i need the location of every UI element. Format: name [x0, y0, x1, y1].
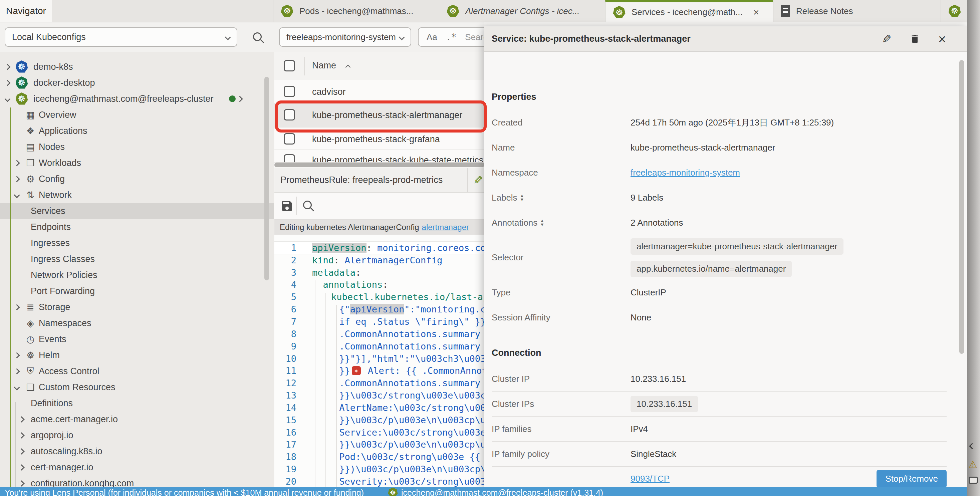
- save-icon[interactable]: [280, 199, 294, 213]
- code-line-8[interactable]: 8.CommonAnnotations.summary }}: [274, 328, 484, 340]
- code-line-10[interactable]: 10}}"}],"html":"\u003ch3\u003e\u: [274, 353, 484, 365]
- namespace-select[interactable]: freeleaps-monitoring-system: [279, 27, 411, 47]
- code-line-19[interactable]: 19}})\u003c/p\u003e\n\u003cp\u00: [274, 463, 484, 475]
- kubeconfig-select[interactable]: Local Kubeconfigs: [5, 27, 237, 47]
- namespace-link[interactable]: freeleaps-monitoring-system: [630, 168, 740, 178]
- port-forward-link[interactable]: 9093/TCP: [630, 474, 670, 484]
- chevron-right-icon[interactable]: [14, 304, 20, 310]
- select-all-checkbox[interactable]: [284, 60, 295, 72]
- delete-trash-icon[interactable]: [910, 33, 920, 45]
- sidebar-item-configuration-konghq-com[interactable]: configuration.konghq.com: [0, 475, 274, 487]
- sidebar-item-config[interactable]: ⚙Config: [0, 171, 274, 187]
- collapse-left-icon[interactable]: [969, 443, 975, 449]
- expand-toggle-icon[interactable]: ▴▾: [541, 219, 543, 227]
- chevron-right-icon[interactable]: [4, 64, 10, 70]
- chevron-down-icon[interactable]: [14, 384, 20, 390]
- sort-ascending-icon[interactable]: [345, 65, 351, 70]
- sidebar-item-argoproj-io[interactable]: argoproj.io: [0, 427, 274, 443]
- match-case-icon[interactable]: Aa: [426, 32, 437, 42]
- table-row-cadvisor[interactable]: cadvisor: [274, 80, 484, 103]
- table-row-kube-prometheus-stack-kube-state-metrics[interactable]: kube-prometheus-stack-kube-state-metrics: [274, 150, 484, 162]
- sidebar-item-endpoints[interactable]: Endpoints: [0, 219, 274, 235]
- code-line-2[interactable]: 2kind: AlertmanagerConfig: [274, 254, 484, 266]
- search-icon[interactable]: [253, 32, 262, 41]
- breadcrumb-resource-link[interactable]: alertmanager: [422, 223, 469, 232]
- sidebar-item-events[interactable]: ◷Events: [0, 331, 274, 347]
- code-line-5[interactable]: 5kubectl.kubernetes.io/last-appli: [274, 291, 484, 303]
- chevron-right-icon[interactable]: [4, 80, 10, 86]
- table-search-input[interactable]: Aa .* Search: [418, 27, 484, 47]
- chevron-right-icon[interactable]: [237, 96, 243, 102]
- chevron-right-icon[interactable]: [18, 464, 24, 470]
- tab-2[interactable]: ☸Services - icecheng@math...×: [605, 0, 773, 22]
- code-line-7[interactable]: 7if eq .Status \"firing\" }}✶: [274, 315, 484, 328]
- row-checkbox[interactable]: [284, 133, 295, 145]
- code-line-13[interactable]: 13}}\u003c/strong\u003e\u003c/h3: [274, 389, 484, 402]
- code-line-14[interactable]: 14AlertName:\u003c/strong\u003e: [274, 402, 484, 414]
- editor-search-icon[interactable]: [303, 200, 312, 209]
- active-cluster-status[interactable]: ☸ icecheng@mathmast.com@freeleaps-cluste…: [388, 487, 603, 496]
- tab-0[interactable]: ☸Pods - icecheng@mathmas...: [273, 0, 439, 22]
- chevron-down-icon[interactable]: [4, 96, 10, 102]
- code-line-18[interactable]: 18Pod:\u003c/strong\u003e {{ .Co: [274, 451, 484, 463]
- code-line-3[interactable]: 3metadata:: [274, 266, 484, 279]
- sidebar-item-nodes[interactable]: ▤Nodes: [0, 139, 274, 155]
- tab-3[interactable]: Release Notes: [773, 0, 940, 22]
- expand-toggle-icon[interactable]: ▴▾: [521, 194, 523, 202]
- sidebar-item-access-control[interactable]: ⛨Access Control: [0, 363, 274, 379]
- chevron-down-icon[interactable]: [14, 192, 20, 198]
- sidebar-item-services[interactable]: Services: [0, 203, 274, 219]
- sidebar-item-demo-k8s[interactable]: ☸demo-k8s: [0, 59, 274, 75]
- tab-partial[interactable]: ☸A: [940, 0, 967, 22]
- tab-1[interactable]: ☸Alertmanager Configs - icec...: [439, 0, 605, 22]
- code-line-6[interactable]: 6{"apiVersion":"monitoring.core: [274, 303, 484, 315]
- sidebar-item-namespaces[interactable]: ◈Namespaces: [0, 315, 274, 331]
- name-column-header[interactable]: Name: [312, 60, 336, 71]
- sidebar-item-custom-resources[interactable]: ❑Custom Resources: [0, 379, 274, 395]
- chevron-right-icon[interactable]: [14, 176, 20, 182]
- close-icon[interactable]: ×: [938, 32, 946, 46]
- edit-pencil-icon[interactable]: ✎: [882, 32, 891, 46]
- code-line-1[interactable]: 1apiVersion: monitoring.coreos.com/v1: [274, 242, 484, 254]
- prometheusrule-dock-tab[interactable]: PrometheusRule: freepeals-prod-metrics ✎: [274, 168, 484, 192]
- sidebar-item-ingresses[interactable]: Ingresses: [0, 235, 274, 251]
- table-horizontal-scrollbar[interactable]: [274, 162, 484, 167]
- code-line-12[interactable]: 12.CommonAnnotations.summary }}: [274, 377, 484, 389]
- row-checkbox[interactable]: [284, 86, 295, 97]
- row-checkbox[interactable]: [284, 154, 295, 162]
- sidebar-item-helm[interactable]: ☸Helm: [0, 347, 274, 363]
- stop-remove-button[interactable]: Stop/Remove: [877, 470, 947, 488]
- code-line-9[interactable]: 9.CommonAnnotations.summary }}: [274, 340, 484, 353]
- code-line-17[interactable]: 17}}\u003c/p\u003e\n\u003cp\u003: [274, 439, 484, 451]
- sidebar-item-definitions[interactable]: Definitions: [0, 395, 274, 411]
- panel-scrollbar[interactable]: [959, 60, 964, 354]
- code-line-4[interactable]: 4annotations:: [274, 279, 484, 291]
- sidebar-scrollbar[interactable]: [264, 77, 269, 280]
- sidebar-item-port-forwarding[interactable]: Port Forwarding: [0, 283, 274, 299]
- sidebar-item-network[interactable]: ⇅Network: [0, 187, 274, 203]
- yaml-editor[interactable]: 1apiVersion: monitoring.coreos.com/v12ki…: [274, 235, 484, 488]
- chevron-right-icon[interactable]: [14, 160, 20, 166]
- edit-pencil-icon[interactable]: ✎: [473, 173, 483, 187]
- chevron-right-icon[interactable]: [18, 432, 24, 438]
- tab-close-icon[interactable]: ×: [753, 7, 759, 18]
- code-line-16[interactable]: 16Service:\u003c/strong\u003e {: [274, 426, 484, 439]
- chevron-right-icon[interactable]: [18, 416, 24, 422]
- sidebar-item-acme-cert-manager-io[interactable]: acme.cert-manager.io: [0, 411, 274, 427]
- sidebar-item-ingress-classes[interactable]: Ingress Classes: [0, 251, 274, 267]
- sidebar-item-applications[interactable]: ❖Applications: [0, 123, 274, 139]
- sidebar-item-docker-desktop[interactable]: ☸docker-desktop: [0, 75, 274, 91]
- service-name-cell[interactable]: kube-prometheus-stack-kube-state-metrics: [312, 155, 483, 162]
- sidebar-item-workloads[interactable]: ❒Workloads: [0, 155, 274, 171]
- chevron-right-icon[interactable]: [18, 448, 24, 454]
- sidebar-item-network-policies[interactable]: Network Policies: [0, 267, 274, 283]
- chevron-right-icon[interactable]: [14, 352, 20, 358]
- code-line-11[interactable]: 11}}✶ Alert: {{ .CommonAnnotati: [274, 364, 484, 377]
- sidebar-item-autoscaling-k8s-io[interactable]: autoscaling.k8s.io: [0, 443, 274, 459]
- code-line-20[interactable]: 20Severity:\u003c/strong\u003e: [274, 475, 484, 488]
- service-name-cell[interactable]: kube-prometheus-stack-grafana: [312, 134, 440, 145]
- sidebar-item-storage[interactable]: ≣Storage: [0, 299, 274, 315]
- regex-icon[interactable]: .*: [446, 32, 456, 42]
- chevron-right-icon[interactable]: [18, 480, 24, 486]
- chevron-right-icon[interactable]: [14, 368, 20, 374]
